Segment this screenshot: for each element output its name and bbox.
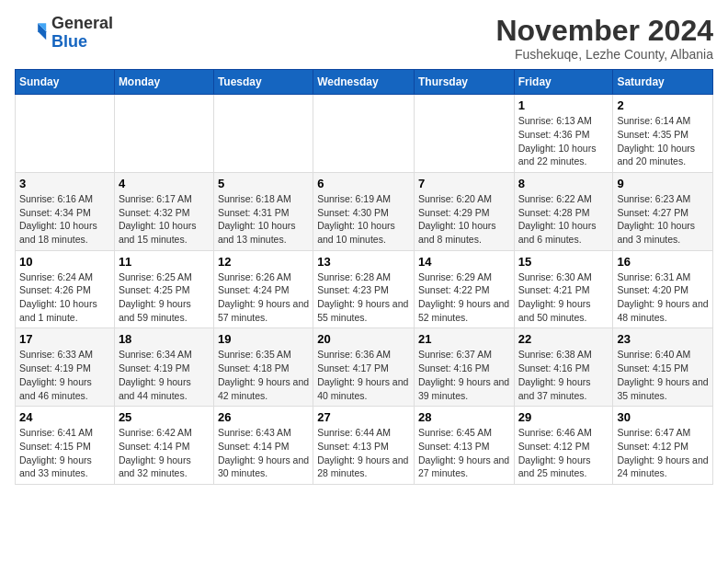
calendar-body: 1Sunrise: 6:13 AM Sunset: 4:36 PM Daylig… bbox=[16, 95, 713, 485]
calendar-cell: 8Sunrise: 6:22 AM Sunset: 4:28 PM Daylig… bbox=[514, 172, 613, 250]
day-info: Sunrise: 6:16 AM Sunset: 4:34 PM Dayligh… bbox=[19, 192, 110, 247]
calendar-cell: 19Sunrise: 6:35 AM Sunset: 4:18 PM Dayli… bbox=[213, 328, 313, 407]
month-title: November 2024 bbox=[495, 15, 713, 47]
calendar-cell: 30Sunrise: 6:47 AM Sunset: 4:12 PM Dayli… bbox=[613, 407, 713, 485]
calendar-cell: 7Sunrise: 6:20 AM Sunset: 4:29 PM Daylig… bbox=[414, 172, 514, 250]
calendar-week-3: 10Sunrise: 6:24 AM Sunset: 4:26 PM Dayli… bbox=[16, 250, 713, 328]
calendar-week-2: 3Sunrise: 6:16 AM Sunset: 4:34 PM Daylig… bbox=[16, 172, 713, 250]
day-info: Sunrise: 6:31 AM Sunset: 4:20 PM Dayligh… bbox=[617, 270, 709, 325]
day-number: 23 bbox=[617, 332, 709, 346]
col-friday: Friday bbox=[514, 70, 613, 95]
calendar-table: Sunday Monday Tuesday Wednesday Thursday… bbox=[15, 69, 713, 485]
calendar-cell: 18Sunrise: 6:34 AM Sunset: 4:19 PM Dayli… bbox=[114, 328, 213, 407]
header-row: Sunday Monday Tuesday Wednesday Thursday… bbox=[16, 70, 713, 95]
calendar-cell: 17Sunrise: 6:33 AM Sunset: 4:19 PM Dayli… bbox=[16, 328, 115, 407]
day-info: Sunrise: 6:28 AM Sunset: 4:23 PM Dayligh… bbox=[317, 270, 410, 325]
location-subtitle: Fushekuqe, Lezhe County, Albania bbox=[495, 47, 713, 62]
logo-icon bbox=[15, 17, 48, 50]
day-number: 28 bbox=[418, 410, 510, 424]
calendar-cell: 22Sunrise: 6:38 AM Sunset: 4:16 PM Dayli… bbox=[514, 328, 613, 407]
day-info: Sunrise: 6:13 AM Sunset: 4:36 PM Dayligh… bbox=[518, 114, 609, 168]
day-info: Sunrise: 6:23 AM Sunset: 4:27 PM Dayligh… bbox=[617, 192, 709, 247]
day-number: 4 bbox=[119, 177, 210, 190]
col-sunday: Sunday bbox=[16, 70, 115, 95]
day-number: 26 bbox=[218, 410, 309, 424]
page-header: General Blue November 2024 Fushekuqe, Le… bbox=[15, 15, 713, 62]
calendar-cell: 20Sunrise: 6:36 AM Sunset: 4:17 PM Dayli… bbox=[313, 328, 415, 407]
col-wednesday: Wednesday bbox=[313, 70, 415, 95]
day-info: Sunrise: 6:33 AM Sunset: 4:19 PM Dayligh… bbox=[19, 348, 110, 402]
day-info: Sunrise: 6:43 AM Sunset: 4:14 PM Dayligh… bbox=[218, 426, 309, 480]
day-number: 6 bbox=[317, 177, 410, 190]
calendar-cell: 21Sunrise: 6:37 AM Sunset: 4:16 PM Dayli… bbox=[414, 328, 514, 407]
calendar-cell: 6Sunrise: 6:19 AM Sunset: 4:30 PM Daylig… bbox=[313, 172, 415, 250]
day-info: Sunrise: 6:45 AM Sunset: 4:13 PM Dayligh… bbox=[418, 426, 510, 480]
calendar-cell: 28Sunrise: 6:45 AM Sunset: 4:13 PM Dayli… bbox=[414, 407, 514, 485]
calendar-cell bbox=[414, 95, 514, 173]
day-info: Sunrise: 6:25 AM Sunset: 4:25 PM Dayligh… bbox=[119, 270, 210, 325]
day-info: Sunrise: 6:35 AM Sunset: 4:18 PM Dayligh… bbox=[218, 348, 309, 402]
logo: General Blue bbox=[15, 15, 113, 52]
day-number: 8 bbox=[518, 177, 609, 190]
calendar-cell: 16Sunrise: 6:31 AM Sunset: 4:20 PM Dayli… bbox=[613, 250, 713, 328]
title-section: November 2024 Fushekuqe, Lezhe County, A… bbox=[495, 15, 713, 62]
day-number: 16 bbox=[617, 255, 709, 269]
day-info: Sunrise: 6:40 AM Sunset: 4:15 PM Dayligh… bbox=[617, 348, 709, 402]
calendar-cell: 10Sunrise: 6:24 AM Sunset: 4:26 PM Dayli… bbox=[16, 250, 115, 328]
day-number: 27 bbox=[317, 410, 410, 424]
day-number: 14 bbox=[418, 255, 510, 269]
day-number: 19 bbox=[218, 332, 309, 346]
logo-blue: Blue bbox=[51, 33, 113, 52]
calendar-cell: 4Sunrise: 6:17 AM Sunset: 4:32 PM Daylig… bbox=[114, 172, 213, 250]
day-info: Sunrise: 6:38 AM Sunset: 4:16 PM Dayligh… bbox=[518, 348, 609, 402]
day-info: Sunrise: 6:30 AM Sunset: 4:21 PM Dayligh… bbox=[518, 270, 609, 325]
calendar-week-4: 17Sunrise: 6:33 AM Sunset: 4:19 PM Dayli… bbox=[16, 328, 713, 407]
day-number: 7 bbox=[418, 177, 510, 190]
calendar-header: Sunday Monday Tuesday Wednesday Thursday… bbox=[16, 70, 713, 95]
day-info: Sunrise: 6:17 AM Sunset: 4:32 PM Dayligh… bbox=[119, 192, 210, 247]
day-info: Sunrise: 6:36 AM Sunset: 4:17 PM Dayligh… bbox=[317, 348, 410, 402]
day-number: 20 bbox=[317, 332, 410, 346]
col-monday: Monday bbox=[114, 70, 213, 95]
day-number: 15 bbox=[518, 255, 609, 269]
logo-general: General bbox=[51, 15, 113, 33]
calendar-cell: 14Sunrise: 6:29 AM Sunset: 4:22 PM Dayli… bbox=[414, 250, 514, 328]
calendar-cell: 29Sunrise: 6:46 AM Sunset: 4:12 PM Dayli… bbox=[514, 407, 613, 485]
calendar-cell bbox=[213, 95, 313, 173]
calendar-cell: 24Sunrise: 6:41 AM Sunset: 4:15 PM Dayli… bbox=[16, 407, 115, 485]
calendar-cell: 11Sunrise: 6:25 AM Sunset: 4:25 PM Dayli… bbox=[114, 250, 213, 328]
calendar-cell: 26Sunrise: 6:43 AM Sunset: 4:14 PM Dayli… bbox=[213, 407, 313, 485]
day-number: 9 bbox=[617, 177, 709, 190]
day-info: Sunrise: 6:46 AM Sunset: 4:12 PM Dayligh… bbox=[518, 426, 609, 480]
day-number: 24 bbox=[19, 410, 110, 424]
day-info: Sunrise: 6:22 AM Sunset: 4:28 PM Dayligh… bbox=[518, 192, 609, 247]
day-info: Sunrise: 6:14 AM Sunset: 4:35 PM Dayligh… bbox=[617, 114, 709, 168]
day-number: 3 bbox=[19, 177, 110, 190]
day-info: Sunrise: 6:37 AM Sunset: 4:16 PM Dayligh… bbox=[418, 348, 510, 402]
calendar-week-5: 24Sunrise: 6:41 AM Sunset: 4:15 PM Dayli… bbox=[16, 407, 713, 485]
day-info: Sunrise: 6:29 AM Sunset: 4:22 PM Dayligh… bbox=[418, 270, 510, 325]
day-number: 22 bbox=[518, 332, 609, 346]
day-info: Sunrise: 6:41 AM Sunset: 4:15 PM Dayligh… bbox=[19, 426, 110, 480]
day-info: Sunrise: 6:19 AM Sunset: 4:30 PM Dayligh… bbox=[317, 192, 410, 247]
day-number: 5 bbox=[218, 177, 309, 190]
col-saturday: Saturday bbox=[613, 70, 713, 95]
col-thursday: Thursday bbox=[414, 70, 514, 95]
col-tuesday: Tuesday bbox=[213, 70, 313, 95]
calendar-cell: 5Sunrise: 6:18 AM Sunset: 4:31 PM Daylig… bbox=[213, 172, 313, 250]
calendar-cell: 15Sunrise: 6:30 AM Sunset: 4:21 PM Dayli… bbox=[514, 250, 613, 328]
day-info: Sunrise: 6:47 AM Sunset: 4:12 PM Dayligh… bbox=[617, 426, 709, 480]
logo-text: General Blue bbox=[51, 15, 113, 52]
day-number: 2 bbox=[617, 98, 709, 112]
day-info: Sunrise: 6:18 AM Sunset: 4:31 PM Dayligh… bbox=[218, 192, 309, 247]
day-number: 29 bbox=[518, 410, 609, 424]
day-number: 1 bbox=[518, 98, 609, 112]
day-info: Sunrise: 6:44 AM Sunset: 4:13 PM Dayligh… bbox=[317, 426, 410, 480]
day-number: 10 bbox=[19, 255, 110, 269]
day-number: 12 bbox=[218, 255, 309, 269]
calendar-cell: 9Sunrise: 6:23 AM Sunset: 4:27 PM Daylig… bbox=[613, 172, 713, 250]
day-number: 21 bbox=[418, 332, 510, 346]
calendar-cell: 3Sunrise: 6:16 AM Sunset: 4:34 PM Daylig… bbox=[16, 172, 115, 250]
calendar-cell bbox=[313, 95, 415, 173]
calendar-cell: 2Sunrise: 6:14 AM Sunset: 4:35 PM Daylig… bbox=[613, 95, 713, 173]
